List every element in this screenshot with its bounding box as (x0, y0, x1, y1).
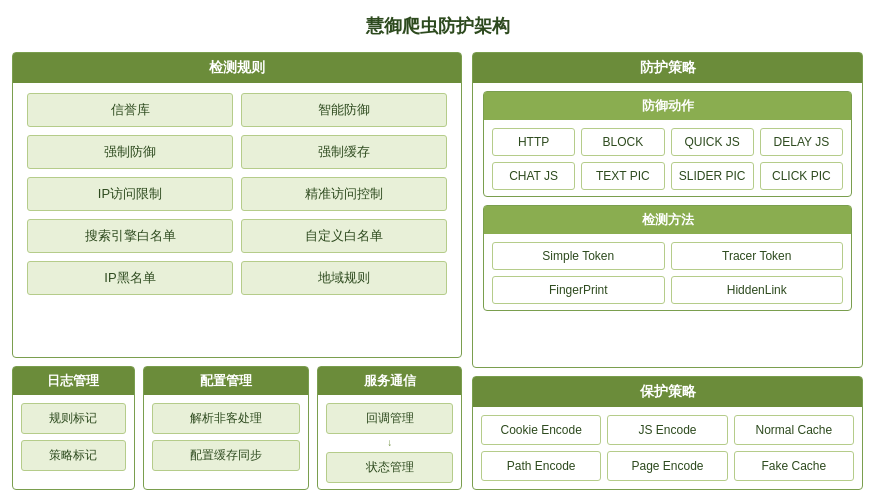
log-management-header: 日志管理 (13, 367, 134, 395)
rule-item: 地域规则 (241, 261, 447, 295)
detect-item-0: Simple Token (492, 242, 665, 270)
main-row: 检测规则 信誉库 智能防御 强制防御 强制缓存 IP访问限制 精准访问控制 搜索… (12, 52, 863, 490)
action-item-clickpic: CLICK PIC (760, 162, 843, 190)
rule-item: 强制防御 (27, 135, 233, 169)
detection-method-box: 检测方法 Simple Token Tracer Token FingerPri… (483, 205, 852, 311)
bottom-left-row: 日志管理 规则标记 策略标记 配置管理 解析非客处理 配置缓存同步 (12, 366, 462, 490)
defense-policy-box: 防护策略 防御动作 HTTP BLOCK QUICK JS DELAY JS C… (472, 52, 863, 368)
service-comm-header: 服务通信 (318, 367, 461, 395)
right-panel: 防护策略 防御动作 HTTP BLOCK QUICK JS DELAY JS C… (472, 52, 863, 490)
protect-item-0: Cookie Encode (481, 415, 601, 445)
defense-action-box: 防御动作 HTTP BLOCK QUICK JS DELAY JS CHAT J… (483, 91, 852, 197)
action-item-sliderpic: SLIDER PIC (671, 162, 754, 190)
config-items: 解析非客处理 配置缓存同步 (144, 395, 309, 477)
rule-item: IP访问限制 (27, 177, 233, 211)
service-item-1: 状态管理 (326, 452, 453, 483)
left-panel: 检测规则 信誉库 智能防御 强制防御 强制缓存 IP访问限制 精准访问控制 搜索… (12, 52, 462, 490)
log-management-box: 日志管理 规则标记 策略标记 (12, 366, 135, 490)
action-grid-row1: HTTP BLOCK QUICK JS DELAY JS CHAT JS TEX… (484, 120, 851, 196)
rule-item: 自定义白名单 (241, 219, 447, 253)
service-item-0: 回调管理 (326, 403, 453, 434)
rule-item: 智能防御 (241, 93, 447, 127)
detection-rules-header: 检测规则 (13, 53, 461, 83)
rule-item: 搜索引擎白名单 (27, 219, 233, 253)
config-item-0: 解析非客处理 (152, 403, 301, 434)
log-item-1: 策略标记 (21, 440, 126, 471)
action-item-quickjs: QUICK JS (671, 128, 754, 156)
page-title: 慧御爬虫防护架构 (12, 10, 863, 44)
protection-strategy-header: 保护策略 (473, 377, 862, 407)
detect-item-3: HiddenLink (671, 276, 844, 304)
defense-action-header: 防御动作 (484, 92, 851, 120)
config-item-1: 配置缓存同步 (152, 440, 301, 471)
detection-method-header: 检测方法 (484, 206, 851, 234)
rule-item: 精准访问控制 (241, 177, 447, 211)
action-item-block: BLOCK (581, 128, 664, 156)
protect-item-1: JS Encode (607, 415, 727, 445)
defense-inner: 防御动作 HTTP BLOCK QUICK JS DELAY JS CHAT J… (473, 83, 862, 315)
action-item-delayjs: DELAY JS (760, 128, 843, 156)
rule-item: IP黑名单 (27, 261, 233, 295)
protect-item-4: Page Encode (607, 451, 727, 481)
detection-rules-box: 检测规则 信誉库 智能防御 强制防御 强制缓存 IP访问限制 精准访问控制 搜索… (12, 52, 462, 358)
log-item-0: 规则标记 (21, 403, 126, 434)
config-management-header: 配置管理 (144, 367, 309, 395)
protect-grid: Cookie Encode JS Encode Normal Cache Pat… (473, 407, 862, 489)
action-item-http: HTTP (492, 128, 575, 156)
detect-grid: Simple Token Tracer Token FingerPrint Hi… (484, 234, 851, 310)
service-arrow: ↓ (326, 438, 453, 448)
action-item-textpic: TEXT PIC (581, 162, 664, 190)
service-comm-box: 服务通信 回调管理 ↓ 状态管理 (317, 366, 462, 490)
rule-item: 强制缓存 (241, 135, 447, 169)
action-item-chatjs: CHAT JS (492, 162, 575, 190)
protect-item-5: Fake Cache (734, 451, 854, 481)
rules-grid: 信誉库 智能防御 强制防御 强制缓存 IP访问限制 精准访问控制 搜索引擎白名单… (13, 83, 461, 299)
protect-item-2: Normal Cache (734, 415, 854, 445)
protect-item-3: Path Encode (481, 451, 601, 481)
defense-policy-header: 防护策略 (473, 53, 862, 83)
config-management-box: 配置管理 解析非客处理 配置缓存同步 (143, 366, 310, 490)
page-wrapper: 慧御爬虫防护架构 检测规则 信誉库 智能防御 强制防御 强制缓存 IP访问限制 … (0, 0, 875, 500)
protection-strategy-box: 保护策略 Cookie Encode JS Encode Normal Cach… (472, 376, 863, 490)
detect-item-1: Tracer Token (671, 242, 844, 270)
service-items: 回调管理 ↓ 状态管理 (318, 395, 461, 489)
rule-item: 信誉库 (27, 93, 233, 127)
log-items: 规则标记 策略标记 (13, 395, 134, 477)
detect-item-2: FingerPrint (492, 276, 665, 304)
